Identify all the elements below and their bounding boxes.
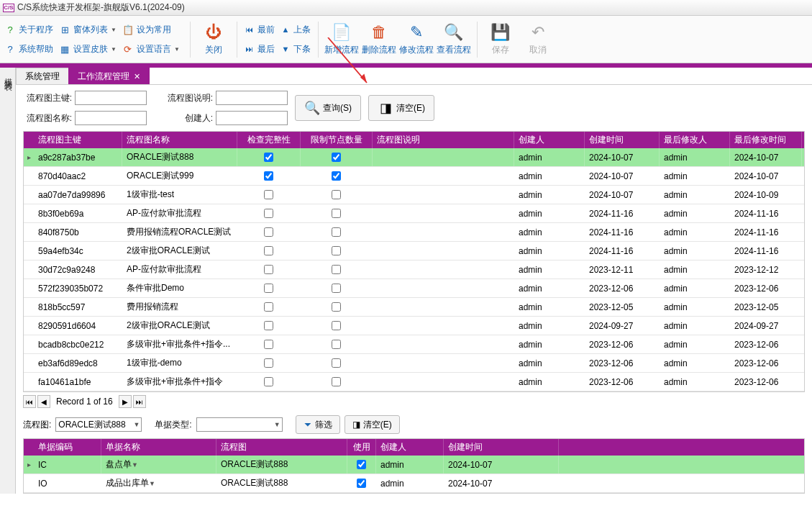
- table-row[interactable]: eb3af6d89edc81级审批-demoadmin2023-12-06adm…: [24, 354, 804, 373]
- table-row[interactable]: ▸IC盘点单▼ORACLE测试888admin2024-10-07: [24, 456, 804, 474]
- add-button[interactable]: 📄新增流程: [323, 19, 360, 60]
- col2-ctime[interactable]: 创建时间: [444, 439, 559, 456]
- pager-prev[interactable]: ◀: [37, 395, 50, 408]
- table-row[interactable]: 59a4efb34c2级审批ORACLE测试admin2024-11-16adm…: [24, 242, 804, 260]
- chk-integrity[interactable]: [264, 377, 273, 386]
- chevron-down-icon[interactable]: ▼: [132, 461, 138, 468]
- view-button[interactable]: 🔍查看流程: [435, 19, 473, 60]
- table-row[interactable]: fa10461a1bfe多级审批+审批条件+指令admin2023-12-06a…: [24, 373, 804, 391]
- col-key[interactable]: 流程图主键: [34, 132, 122, 148]
- chk-limit[interactable]: [332, 284, 341, 293]
- edit-button[interactable]: ✎修改流程: [398, 19, 435, 60]
- pager-last[interactable]: ⏭: [133, 395, 146, 408]
- tab-workflow[interactable]: 工作流程管理✕: [68, 68, 150, 84]
- chk-limit[interactable]: [332, 190, 341, 199]
- skin-link[interactable]: ▦设置皮肤▼: [59, 43, 117, 55]
- col2-code[interactable]: 单据编码: [34, 439, 101, 456]
- close-button[interactable]: ⏻关闭: [195, 19, 232, 60]
- help-link[interactable]: ?系统帮助: [4, 43, 53, 55]
- doctype-combo[interactable]: ▼: [196, 417, 283, 432]
- chk-integrity[interactable]: [264, 358, 273, 368]
- chk-limit[interactable]: [332, 227, 341, 237]
- chk-limit[interactable]: [332, 265, 341, 274]
- col-name[interactable]: 流程图名称: [122, 132, 237, 148]
- table-row[interactable]: ▸a9c287ab37beORACLE测试888admin2024-10-07a…: [24, 148, 804, 167]
- close-label: 关闭: [205, 44, 222, 56]
- chk-integrity[interactable]: [264, 171, 273, 181]
- table-row[interactable]: 8b3f0eb69aAP-应付款审批流程admin2024-11-16admin…: [24, 204, 804, 223]
- col-chk1[interactable]: 检查完整性: [237, 132, 301, 148]
- clear2-button[interactable]: ◨清空(E): [345, 415, 400, 434]
- last-button[interactable]: ⏭最后: [245, 43, 275, 55]
- col-creator[interactable]: 创建人: [514, 132, 585, 148]
- col2-flow[interactable]: 流程图: [216, 439, 347, 456]
- pager-next[interactable]: ▶: [119, 395, 132, 408]
- cell-name: ORACLE测试999: [122, 167, 237, 185]
- chk-use[interactable]: [357, 479, 366, 488]
- col2-creator[interactable]: 创建人: [376, 439, 444, 456]
- chevron-down-icon[interactable]: ▼: [149, 480, 155, 487]
- prev-button[interactable]: ▲上条: [280, 24, 311, 36]
- table-row[interactable]: bcadb8cbc0e212多级审批+审批条件+指令...admin2023-1…: [24, 335, 804, 354]
- chk-limit[interactable]: [332, 358, 341, 368]
- chk-integrity[interactable]: [264, 302, 273, 312]
- col-chk2[interactable]: 限制节点数量: [301, 132, 373, 148]
- chk-limit[interactable]: [332, 377, 341, 386]
- flow-combo[interactable]: ORACLE测试888▼: [55, 417, 142, 432]
- table-row[interactable]: IO成品出库单▼ORACLE测试888admin2024-10-07: [24, 474, 804, 493]
- chk-integrity[interactable]: [264, 284, 273, 293]
- chk-integrity[interactable]: [264, 209, 273, 218]
- chk-limit[interactable]: [332, 302, 341, 312]
- chk-limit[interactable]: [332, 209, 341, 218]
- table-row[interactable]: 818b5cc597费用报销流程admin2023-12-05admin2023…: [24, 298, 804, 317]
- table-row[interactable]: 572f239035b072条件审批Demoadmin2023-12-06adm…: [24, 279, 804, 298]
- col-moduser[interactable]: 最后修改人: [660, 132, 730, 148]
- chk-integrity[interactable]: [264, 265, 273, 274]
- cancel-button[interactable]: ↶取消: [519, 19, 557, 60]
- chk-integrity[interactable]: [264, 340, 273, 349]
- delete-button[interactable]: 🗑删除流程: [360, 19, 398, 60]
- chk-limit[interactable]: [332, 171, 341, 181]
- name-input[interactable]: [75, 111, 147, 125]
- creator-input[interactable]: [216, 111, 288, 125]
- table-row[interactable]: 8290591d66042级审批ORACLE测试admin2024-09-27a…: [24, 317, 804, 335]
- about-link[interactable]: ?关于程序: [4, 24, 53, 36]
- chk-integrity[interactable]: [264, 227, 273, 237]
- window-title: C/S系统快速开发框架-旗舰版V6.1(2024-09): [17, 1, 185, 14]
- col-modtime[interactable]: 最后修改时间: [730, 132, 802, 148]
- next-button[interactable]: ▼下条: [280, 43, 311, 55]
- chk-limit[interactable]: [332, 153, 341, 162]
- query-button[interactable]: 🔍查询(S): [295, 95, 361, 121]
- filter-button[interactable]: ⏷筛选: [296, 415, 340, 434]
- module-list-tab[interactable]: 模块列表: [0, 68, 16, 494]
- creator-label: 创建人:: [164, 112, 213, 124]
- clear-button[interactable]: ◨清空(E): [368, 95, 434, 121]
- col2-use[interactable]: 使用: [347, 439, 376, 456]
- col2-name[interactable]: 单据名称: [101, 439, 216, 456]
- setdefault-link[interactable]: 📋设为常用: [122, 24, 180, 36]
- chk-integrity[interactable]: [264, 246, 273, 255]
- first-button[interactable]: ⏮最前: [245, 24, 275, 36]
- table-row[interactable]: aa07de7da998961级审批-testadmin2024-10-07ad…: [24, 186, 804, 204]
- table-row[interactable]: 30d72c9a9248AP-应付款审批流程admin2023-12-11adm…: [24, 260, 804, 279]
- lang-link[interactable]: ⟳设置语言▼: [122, 43, 180, 55]
- col-desc[interactable]: 流程图说明: [373, 132, 514, 148]
- chk-integrity[interactable]: [264, 321, 273, 330]
- pager-first[interactable]: ⏮: [23, 395, 36, 408]
- chk-integrity[interactable]: [264, 190, 273, 199]
- col-ctime[interactable]: 创建时间: [585, 132, 660, 148]
- tab-system[interactable]: 系统管理: [16, 68, 69, 84]
- key-input[interactable]: [75, 91, 147, 105]
- chk-limit[interactable]: [332, 246, 341, 255]
- chk-use[interactable]: [357, 460, 366, 469]
- save-button[interactable]: 💾保存: [482, 19, 519, 60]
- desc-input[interactable]: [216, 91, 288, 105]
- table-row[interactable]: 870d40aac2ORACLE测试999admin2024-10-07admi…: [24, 167, 804, 186]
- table-row[interactable]: 840f8750b费用报销流程ORACLE测试admin2024-11-16ad…: [24, 223, 804, 242]
- cell-ctime: 2023-12-06: [585, 279, 660, 297]
- chk-limit[interactable]: [332, 321, 341, 330]
- close-icon[interactable]: ✕: [134, 72, 140, 81]
- winlist-link[interactable]: ⊞窗体列表▼: [59, 24, 117, 36]
- chk-limit[interactable]: [332, 340, 341, 349]
- chk-integrity[interactable]: [264, 153, 273, 162]
